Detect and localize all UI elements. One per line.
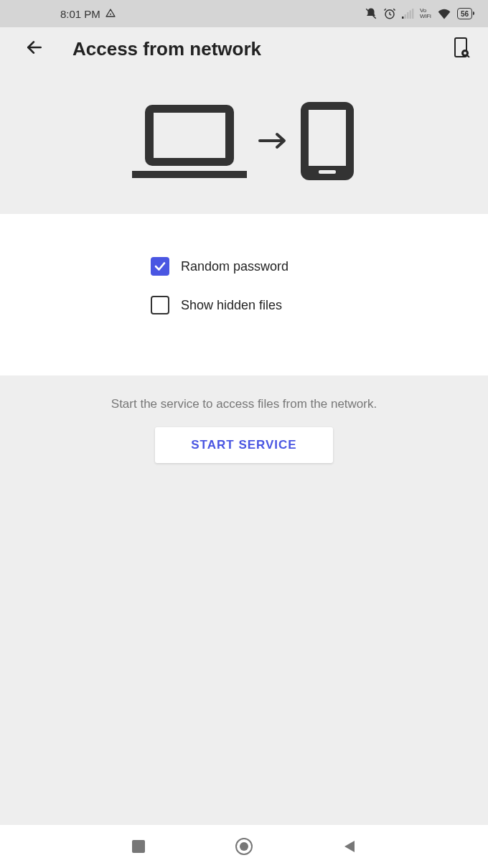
vowifi-icon: Vo WiFi bbox=[420, 8, 431, 19]
app-header: Access from network bbox=[0, 27, 488, 70]
status-right: Vo WiFi 56 bbox=[365, 7, 472, 20]
cloud-icon bbox=[105, 8, 116, 19]
page-title: Access from network bbox=[72, 38, 424, 60]
wifi-icon bbox=[437, 8, 451, 19]
svg-point-20 bbox=[240, 842, 248, 851]
notification-mute-icon bbox=[365, 7, 377, 20]
status-left: 8:01 PM bbox=[60, 8, 116, 20]
nav-recent-button[interactable] bbox=[124, 832, 153, 861]
svg-rect-4 bbox=[404, 14, 406, 19]
signal-icon bbox=[402, 9, 414, 19]
svg-rect-7 bbox=[412, 9, 414, 19]
status-time: 8:01 PM bbox=[60, 8, 100, 20]
svg-rect-5 bbox=[407, 12, 409, 19]
show-hidden-option[interactable]: Show hidden files bbox=[151, 296, 337, 314]
device-search-icon[interactable] bbox=[453, 37, 470, 60]
svg-rect-3 bbox=[402, 17, 404, 19]
service-hint: Start the service to access files from t… bbox=[111, 397, 377, 411]
start-service-button[interactable]: START SERVICE bbox=[155, 427, 332, 463]
random-password-label: Random password bbox=[181, 259, 288, 274]
status-bar: 8:01 PM Vo WiFi 56 bbox=[0, 0, 488, 27]
nav-back-button[interactable] bbox=[335, 832, 364, 861]
svg-rect-6 bbox=[409, 11, 411, 19]
nav-home-button[interactable] bbox=[230, 832, 258, 861]
svg-rect-18 bbox=[132, 840, 145, 853]
svg-rect-16 bbox=[309, 110, 346, 166]
random-password-option[interactable]: Random password bbox=[151, 257, 337, 276]
show-hidden-label: Show hidden files bbox=[181, 298, 282, 313]
alarm-icon bbox=[383, 7, 396, 20]
svg-rect-13 bbox=[154, 113, 225, 158]
checkbox-unchecked-icon bbox=[151, 296, 169, 314]
battery-icon: 56 bbox=[457, 8, 472, 19]
svg-line-11 bbox=[467, 55, 469, 57]
arrow-right-icon bbox=[258, 132, 287, 152]
phone-icon bbox=[299, 100, 356, 185]
options-panel: Random password Show hidden files bbox=[0, 214, 488, 375]
system-nav-bar bbox=[0, 825, 488, 868]
svg-rect-14 bbox=[132, 171, 247, 178]
hero-illustration bbox=[0, 70, 488, 214]
svg-rect-17 bbox=[319, 170, 336, 174]
service-section: Start the service to access files from t… bbox=[0, 375, 488, 485]
back-button[interactable] bbox=[25, 38, 44, 60]
laptop-icon bbox=[132, 101, 247, 183]
svg-point-0 bbox=[110, 14, 111, 15]
checkbox-checked-icon bbox=[151, 257, 169, 276]
